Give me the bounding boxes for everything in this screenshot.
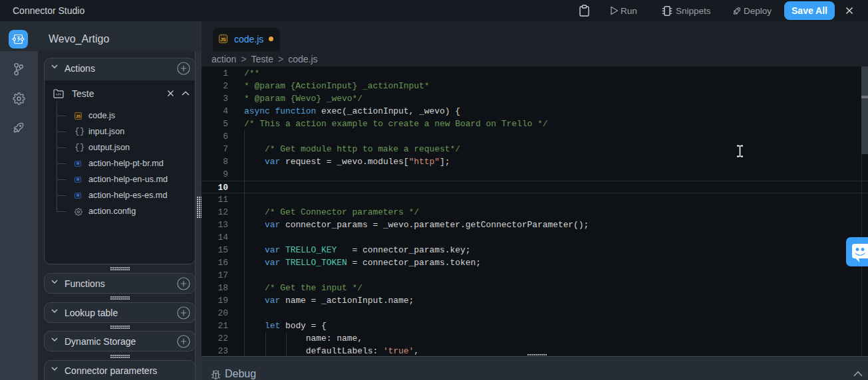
svg-text:M: M [76, 161, 79, 165]
svg-text:M: M [76, 193, 79, 197]
svg-text:}: } [80, 127, 84, 136]
svg-text:JS: JS [75, 114, 80, 118]
svg-text:M: M [76, 177, 79, 181]
svg-text:{: { [74, 143, 80, 151]
svg-text:{: { [74, 127, 80, 136]
svg-text:JS: JS [220, 37, 226, 42]
svg-text:}: } [80, 143, 84, 151]
